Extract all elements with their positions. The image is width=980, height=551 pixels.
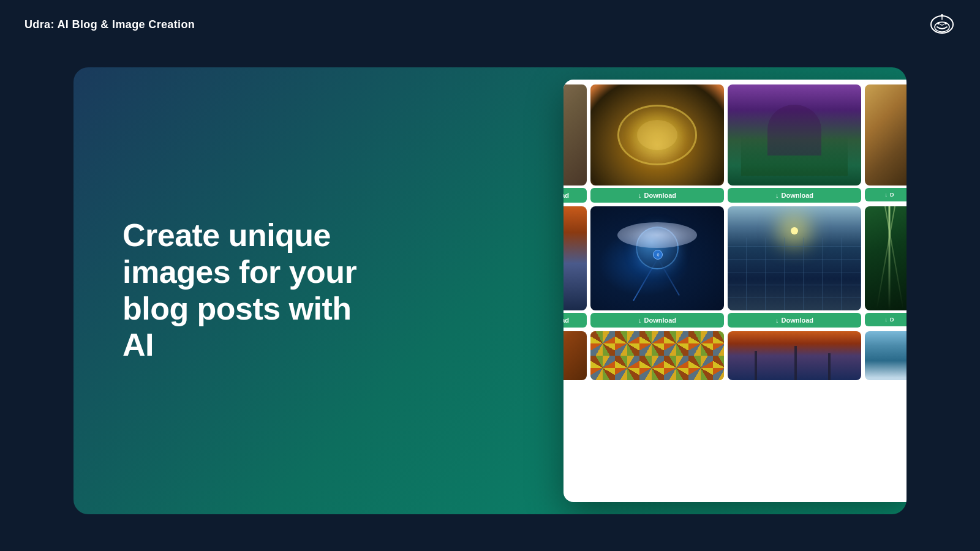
image-extra1 (564, 331, 587, 380)
image-bed (564, 84, 587, 186)
gallery-cell-3-2 (590, 331, 724, 380)
gallery-cell-2-4: ↓ D (865, 206, 907, 328)
gallery-inner: ↓ load ↓ Download (564, 80, 907, 502)
download-label-2-3: Download (781, 317, 813, 324)
download-button-2-3[interactable]: ↓ Download (728, 313, 861, 328)
download-button-1-1[interactable]: ↓ load (564, 188, 587, 203)
gallery-cell-2-1: ↓ load (564, 206, 587, 328)
hero-section: Create unique images for your blog posts… (123, 217, 380, 364)
download-icon-1-2: ↓ (638, 192, 642, 199)
svg-point-3 (944, 22, 947, 24)
download-label-2-2: Download (644, 317, 676, 324)
gallery-cell-1-1: ↓ load (564, 84, 587, 203)
download-button-2-1[interactable]: ↓ load (564, 313, 587, 328)
gallery-cell-3-3 (728, 331, 861, 380)
gallery-cell-1-3: ↓ Download (728, 84, 861, 203)
download-label-1-3: Download (781, 192, 813, 199)
image-desert (865, 84, 907, 186)
svg-point-4 (941, 14, 943, 17)
gallery-row-2: ↓ load ◊ (564, 206, 907, 328)
download-label-1-1: load (564, 192, 569, 199)
download-button-2-2[interactable]: ↓ Download (590, 313, 724, 328)
logo-icon (929, 11, 956, 38)
download-icon-1-4: ↓ (885, 192, 888, 198)
gallery-cell-2-3: ↓ Download (728, 206, 861, 328)
download-label-1-4: D (890, 192, 894, 198)
image-mosaic (590, 331, 724, 380)
gallery-cell-3-4 (865, 331, 907, 380)
gallery-row-1: ↓ load ↓ Download (564, 84, 907, 203)
gallery-cell-3-1 (564, 331, 587, 380)
download-label-2-1: load (564, 317, 569, 324)
image-forest-rays (865, 206, 907, 310)
image-jewelry (590, 84, 724, 186)
download-button-2-4[interactable]: ↓ D (865, 313, 907, 326)
hero-heading: Create unique images for your blog posts… (123, 217, 380, 364)
gallery-cell-1-4: ↓ D (865, 84, 907, 203)
svg-point-2 (937, 22, 940, 24)
image-earth-cloud: ◊ (590, 206, 724, 310)
top-bar: Udra: AI Blog & Image Creation (0, 0, 980, 49)
app-title: Udra: AI Blog & Image Creation (24, 18, 195, 31)
image-blue-sky (865, 331, 907, 380)
image-solar (728, 206, 861, 310)
download-button-1-3[interactable]: ↓ Download (728, 188, 861, 203)
gallery-cell-2-2: ◊ ↓ Download (590, 206, 724, 328)
download-label-2-4: D (890, 317, 894, 323)
image-sunset-mountain (564, 206, 587, 310)
main-card: Create unique images for your blog posts… (74, 67, 907, 514)
gallery-row-3 (564, 331, 907, 380)
download-button-1-2[interactable]: ↓ Download (590, 188, 724, 203)
gallery-mockup: ↓ load ↓ Download (564, 80, 907, 502)
download-label-1-2: Download (644, 192, 676, 199)
download-icon-2-4: ↓ (885, 317, 888, 323)
image-landscape (728, 84, 861, 186)
download-icon-2-3: ↓ (775, 317, 779, 324)
download-icon-1-3: ↓ (775, 192, 779, 199)
gallery-cell-1-2: ↓ Download (590, 84, 724, 203)
download-icon-2-2: ↓ (638, 317, 642, 324)
image-windmill (728, 331, 861, 380)
download-button-1-4[interactable]: ↓ D (865, 188, 907, 201)
